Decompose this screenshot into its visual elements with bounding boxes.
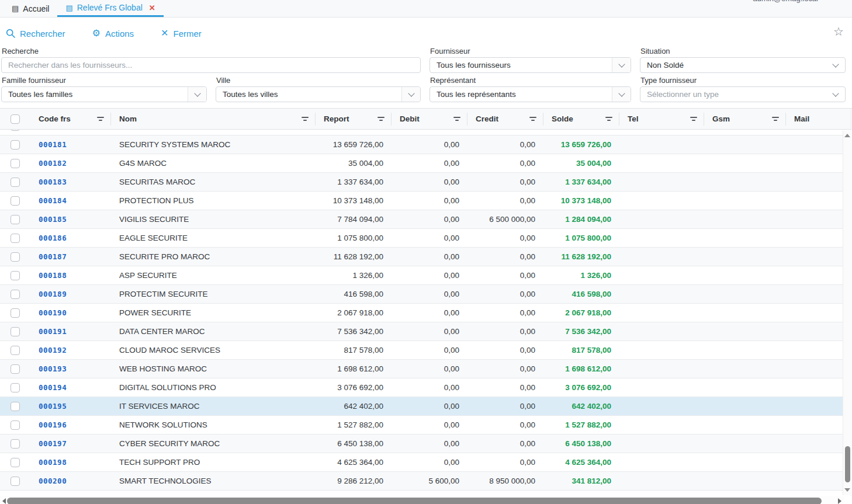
scroll-down-icon[interactable] (844, 488, 850, 492)
filter-icon[interactable] (301, 117, 309, 121)
situation-select[interactable]: Non Soldé (640, 57, 846, 73)
supplier-code-link[interactable]: 000185 (39, 215, 67, 224)
table-row[interactable]: 000195IT SERVICES MAROC642 402,000,000,0… (0, 397, 852, 416)
supplier-code-link[interactable]: 000188 (39, 271, 67, 280)
vertical-scrollbar[interactable] (843, 130, 851, 495)
ville-select[interactable]: Toutes les villes (216, 86, 421, 102)
row-checkbox[interactable] (11, 383, 20, 392)
row-checkbox[interactable] (11, 402, 20, 411)
filter-icon[interactable] (771, 117, 780, 121)
supplier-code-link[interactable]: 000182 (39, 159, 67, 168)
table-row[interactable]: 000183SECURITAS MAROC1 337 634,000,000,0… (0, 173, 852, 192)
row-checkbox[interactable] (11, 439, 20, 449)
supplier-code-link[interactable]: 000194 (39, 383, 67, 392)
row-checkbox[interactable] (11, 308, 20, 318)
vertical-scroll-thumb[interactable] (845, 446, 850, 482)
favorite-star-icon[interactable]: ☆ (833, 25, 844, 39)
supplier-code-link[interactable]: 000180 (39, 130, 67, 130)
supplier-code-link[interactable]: 000193 (39, 364, 67, 373)
row-checkbox[interactable] (11, 346, 20, 355)
row-checkbox[interactable] (11, 215, 20, 224)
supplier-code-link[interactable]: 000181 (39, 140, 67, 149)
scroll-right-icon[interactable] (838, 498, 841, 504)
row-checkbox[interactable] (11, 234, 20, 243)
filter-icon[interactable] (605, 117, 613, 121)
chevron-down-icon[interactable] (826, 87, 845, 102)
supplier-code-link[interactable]: 000189 (39, 290, 67, 298)
row-checkbox[interactable] (11, 130, 20, 131)
actions-button[interactable]: ⚙ Actions (92, 29, 134, 39)
horizontal-scroll-thumb[interactable] (7, 498, 822, 504)
filter-icon[interactable] (96, 117, 105, 121)
chevron-down-icon[interactable] (826, 58, 845, 72)
table-row[interactable]: 000197CYBER SECURITY MAROC6 450 138,000,… (0, 435, 852, 453)
table-row[interactable]: 000184PROTECTION PLUS10 373 148,000,000,… (0, 192, 852, 210)
filter-icon[interactable] (529, 117, 537, 121)
column-header-nom[interactable]: Nom (111, 113, 316, 126)
supplier-code-link[interactable]: 000186 (39, 234, 67, 242)
table-row[interactable]: 000186EAGLE SECURITE1 075 800,000,000,00… (0, 229, 852, 248)
supplier-code-link[interactable]: 000191 (39, 327, 67, 336)
table-row[interactable]: 000188ASP SECURITE1 326,000,000,001 326,… (0, 266, 852, 285)
column-header-gsm[interactable]: Gsm (704, 113, 786, 126)
select-all-checkbox[interactable] (11, 114, 20, 124)
supplier-code-link[interactable]: 000190 (39, 308, 67, 317)
tab-releve-frs-global[interactable]: ▤ Relevé Frs Global ✕ (57, 0, 163, 17)
chevron-down-icon[interactable] (612, 87, 631, 102)
row-checkbox[interactable] (11, 458, 20, 467)
row-checkbox[interactable] (11, 327, 20, 336)
scroll-left-icon[interactable] (2, 498, 6, 504)
column-header-code[interactable]: Code frs (30, 113, 111, 126)
row-checkbox[interactable] (11, 364, 20, 374)
table-row[interactable]: 000192CLOUD MAROC SERVICES817 578,000,00… (0, 341, 852, 360)
table-row[interactable]: 000198TECH SUPPORT PRO4 625 364,000,000,… (0, 453, 852, 472)
chevron-down-icon[interactable] (401, 87, 420, 102)
supplier-code-link[interactable]: 000196 (39, 420, 67, 429)
close-tab-icon[interactable]: ✕ (149, 4, 155, 12)
column-header-tel[interactable]: Tel (619, 113, 704, 126)
table-row[interactable]: 000190POWER SECURITE2 067 918,000,000,00… (0, 304, 852, 322)
search-input[interactable] (2, 61, 420, 69)
column-header-mail[interactable]: Mail (786, 113, 852, 126)
representant-select[interactable]: Tous les représentants (430, 86, 631, 102)
table-row[interactable]: 000196NETWORK SOLUTIONS1 527 882,000,000… (0, 416, 852, 435)
scroll-up-icon[interactable] (844, 134, 850, 137)
table-row[interactable]: 000191DATA CENTER MAROC7 536 342,000,000… (0, 322, 852, 341)
table-row[interactable]: 000187SECURITE PRO MAROC11 628 192,000,0… (0, 248, 852, 266)
supplier-code-link[interactable]: 000192 (39, 346, 67, 354)
row-checkbox[interactable] (11, 196, 20, 206)
supplier-code-link[interactable]: 000198 (39, 458, 67, 467)
search-button[interactable]: Rechercher (6, 29, 65, 39)
row-checkbox[interactable] (11, 271, 20, 280)
table-row[interactable]: 000189PROTECTIM SECURITE416 598,000,000,… (0, 285, 852, 304)
supplier-code-link[interactable]: 000187 (39, 252, 67, 261)
column-header-debit[interactable]: Debit (392, 113, 467, 126)
supplier-code-link[interactable]: 000195 (39, 402, 67, 411)
filter-icon[interactable] (377, 117, 385, 121)
table-row[interactable]: 000194DIGITAL SOLUTIONS PRO3 076 692,000… (0, 378, 852, 397)
supplier-code-link[interactable]: 000200 (39, 477, 67, 485)
row-checkbox[interactable] (11, 252, 20, 262)
supplier-code-link[interactable]: 000184 (39, 196, 67, 205)
column-header-solde[interactable]: Solde (543, 113, 619, 126)
horizontal-scrollbar[interactable] (0, 496, 844, 504)
row-checkbox[interactable] (11, 477, 20, 486)
table-row[interactable]: 000182G4S MAROC35 004,000,000,0035 004,0… (0, 154, 852, 173)
row-checkbox[interactable] (11, 420, 20, 430)
table-row[interactable]: 000193WEB HOSTING MAROC1 698 612,000,000… (0, 360, 852, 378)
chevron-down-icon[interactable] (612, 58, 631, 72)
fournisseur-select[interactable]: Tous les fournisseurs (430, 57, 631, 73)
table-row[interactable]: 000185VIGILIS SECURITE7 784 094,000,006 … (0, 210, 852, 229)
row-checkbox[interactable] (11, 290, 20, 299)
table-row[interactable]: 000180CLEAN EXPERT SARL6 478 918,000,000… (0, 130, 852, 135)
row-checkbox[interactable] (11, 140, 20, 150)
supplier-code-link[interactable]: 000197 (39, 439, 67, 448)
column-header-report[interactable]: Report (316, 113, 392, 126)
famille-select[interactable]: Toutes les familles (1, 86, 207, 102)
filter-icon[interactable] (453, 117, 461, 121)
row-checkbox[interactable] (11, 159, 20, 168)
table-row[interactable]: 000200SMART TECHNOLOGIES9 286 212,005 60… (0, 472, 852, 491)
chevron-down-icon[interactable] (188, 87, 206, 102)
filter-icon[interactable] (690, 117, 698, 121)
column-header-credit[interactable]: Credit (467, 113, 543, 126)
